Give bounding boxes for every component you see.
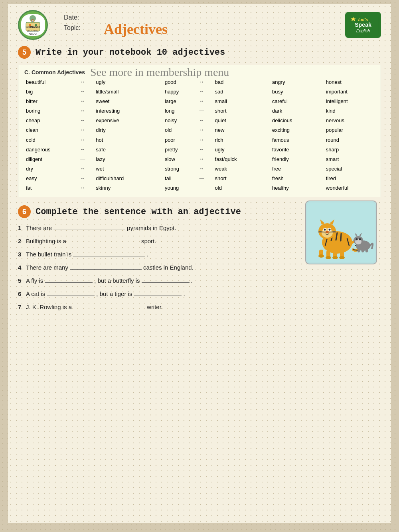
tiger-illustration: [305, 200, 377, 264]
section5-number: 5: [18, 46, 31, 59]
sentence-4-after: castles in England.: [143, 264, 194, 271]
sentence-7: 7 J. K. Rowling is a writer.: [18, 304, 381, 310]
word-beautiful: beautiful: [24, 77, 79, 87]
date-label: Date:: [64, 14, 79, 21]
membership-banner: See more in membership menu: [90, 66, 229, 79]
sentence-2-after: sport.: [141, 238, 156, 244]
sentence-5-after: .: [191, 277, 193, 284]
section5-text: Write in your notebook 10 adjectives: [36, 48, 225, 58]
svg-point-27: [326, 231, 329, 233]
sentence-1-num: 1: [18, 224, 23, 231]
table-row: beautiful ↔ ugly good ↔ bad angry honest: [24, 77, 375, 87]
adjectives-table: beautiful ↔ ugly good ↔ bad angry honest…: [24, 77, 375, 193]
sentence-5-blank2[interactable]: [142, 277, 190, 283]
table-row: fat ↔ skinny young — old healthy wonderf…: [24, 183, 375, 193]
table-row: dangerous ↔ safe pretty ↔ ugly favorite …: [24, 145, 375, 155]
tiger-svg: [307, 202, 375, 262]
header: GIMNASIO EDUCATIVO 🏫 Disco Date: Topic: …: [18, 10, 381, 40]
svg-point-5: [35, 24, 37, 26]
svg-point-41: [318, 254, 324, 258]
sentence-1-after: pyramids in Egypt.: [127, 224, 176, 231]
school-logo: GIMNASIO EDUCATIVO 🏫 Disco: [18, 10, 48, 40]
sentence-4-blank[interactable]: [70, 264, 142, 270]
section6-number: 6: [18, 205, 31, 218]
svg-point-46: [359, 238, 361, 240]
lets-speak-english-logo: Let's Speak English: [345, 12, 381, 38]
svg-text:GIMNASIO: GIMNASIO: [26, 26, 40, 28]
sentence-4-before: There are many: [26, 264, 68, 271]
sentence-6-blank2[interactable]: [134, 290, 182, 296]
table-row: dry ↔ wet strong ↔ weak free special: [24, 164, 375, 174]
sentence-6: 6 A cat is , but a tiger is .: [18, 290, 381, 297]
sentence-4-num: 4: [18, 264, 23, 271]
sentence-5-before: A fly is: [26, 277, 43, 284]
table-row: clean ↔ dirty old ↔ new exciting popular: [24, 125, 375, 135]
sentence-3: 3 The bullet train is .: [18, 251, 297, 258]
table-row: bitter ↔ sweet large ↔ small careful int…: [24, 97, 375, 106]
section6-text: Complete the sentence with an adjective: [36, 207, 241, 217]
adjectives-table-container: C. Common Adjectives See more in members…: [18, 65, 381, 197]
svg-text:🏫: 🏫: [31, 18, 35, 22]
section6: 6 Complete the sentence with an adjectiv…: [18, 205, 381, 317]
page-title: Adjectives: [104, 21, 168, 38]
svg-line-16: [341, 234, 341, 241]
svg-rect-50: [361, 248, 364, 252]
sentence-6-num: 6: [18, 290, 23, 297]
svg-text:English: English: [356, 28, 370, 33]
sentence-2: 2 Bullfighting is a sport.: [18, 238, 297, 244]
sentence-2-before: Bullfighting is a: [26, 238, 66, 244]
date-topic: Date: Topic:: [64, 12, 81, 33]
section5-title: 5 Write in your notebook 10 adjectives: [18, 46, 381, 59]
sentence-3-blank[interactable]: [73, 251, 145, 256]
svg-text:Let's: Let's: [358, 17, 367, 22]
sentence-3-num: 3: [18, 251, 23, 258]
svg-point-25: [324, 229, 326, 231]
sentence-6-blank1[interactable]: [47, 290, 95, 296]
sentence-1-before: There are: [26, 224, 52, 231]
sentence-7-num: 7: [18, 304, 23, 310]
sentence-2-blank[interactable]: [68, 238, 140, 243]
svg-point-4: [29, 24, 31, 26]
sentence-7-after: writer.: [147, 304, 163, 310]
svg-text:Speak: Speak: [355, 22, 371, 28]
sentence-7-blank[interactable]: [73, 304, 145, 309]
sentence-2-num: 2: [18, 238, 23, 244]
sentence-7-before: J. K. Rowling is a: [26, 304, 72, 310]
table-row: cheap ↔ expensive noisy ↔ quiet deliciou…: [24, 116, 375, 125]
svg-point-45: [356, 238, 358, 240]
sentence-1-blank[interactable]: [53, 224, 125, 230]
table-row: big ↔ little/small happy ↔ sad busy impo…: [24, 87, 375, 97]
sentence-3-before: The bullet train is: [26, 251, 71, 258]
table-row: diligent — lazy slow ↔ fast/quick friend…: [24, 155, 375, 164]
svg-text:EDUCATIVO: EDUCATIVO: [27, 30, 39, 32]
table-row: cold ↔ hot poor ↔ rich famous round: [24, 135, 375, 145]
sentence-6-after: .: [183, 290, 185, 297]
sentence-3-after: .: [146, 251, 148, 258]
sentence-5-num: 5: [18, 277, 23, 284]
table-row: easy ↔ difficult/hard tall — short fresh…: [24, 174, 375, 183]
sentence-1: 1 There are pyramids in Egypt.: [18, 224, 297, 231]
svg-point-38: [326, 256, 331, 259]
svg-point-40: [339, 256, 345, 259]
sentence-4: 4 There are many castles in England.: [18, 264, 297, 271]
svg-rect-49: [358, 248, 360, 252]
svg-rect-51: [365, 248, 368, 252]
table-row: boring ↔ interesting long — short dark k…: [24, 106, 375, 116]
sentence-5-blank1[interactable]: [45, 277, 93, 283]
page: GIMNASIO EDUCATIVO 🏫 Disco Date: Topic: …: [8, 4, 391, 523]
sentences-container: 1 There are pyramids in Egypt. 2 Bullfig…: [18, 224, 381, 317]
sentence-5: 5 A fly is , but a butterfly is .: [18, 277, 381, 284]
topic-label: Topic:: [64, 24, 81, 31]
svg-point-26: [329, 229, 331, 231]
sentence-6-middle: , but a tiger is: [96, 290, 132, 297]
svg-point-39: [332, 256, 338, 259]
sentence-5-middle: , but a butterfly is: [94, 277, 140, 284]
sentence-6-before: A cat is: [26, 290, 45, 297]
